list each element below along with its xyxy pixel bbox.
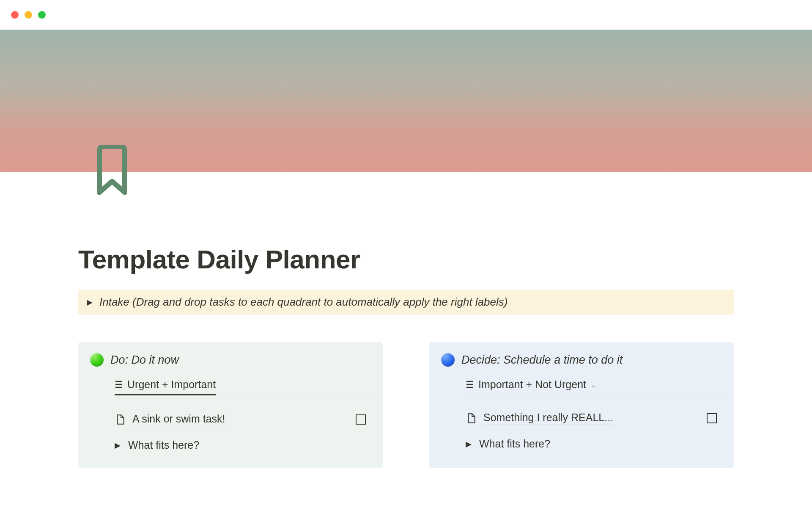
window-minimize-button[interactable] [25,11,32,19]
window-maximize-button[interactable] [38,11,46,19]
what-fits-toggle[interactable]: ▶ What fits here? [441,438,722,450]
chevron-down-icon: ⌄ [590,380,597,389]
task-text: Something I really REALL... [483,411,613,425]
bookmark-icon[interactable] [93,145,131,196]
section-divider [78,318,734,318]
content-area: Template Daily Planner ▶ Intake (Drag an… [0,172,812,468]
page-title[interactable]: Template Daily Planner [78,244,734,274]
tab-divider [115,398,371,398]
tab-divider [466,397,722,397]
page-icon [466,413,477,424]
quadrant-title: Do: Do it now [110,353,179,367]
quadrants-container: Do: Do it now ☰ Urgent + Important A sin… [78,342,734,468]
intake-toggle[interactable]: ▶ Intake (Drag and drop tasks to each qu… [78,290,734,315]
toggle-label: What fits here? [479,438,550,450]
green-circle-icon [90,353,104,367]
blue-circle-icon [441,353,455,367]
toggle-arrow-icon: ▶ [115,441,121,450]
quadrant-do[interactable]: Do: Do it now ☰ Urgent + Important A sin… [78,342,383,468]
view-selector[interactable]: ☰ Important + Not Urgent ⌄ [441,378,722,394]
quadrant-title: Decide: Schedule a time to do it [461,353,623,367]
quadrant-header: Decide: Schedule a time to do it [441,353,722,367]
what-fits-toggle[interactable]: ▶ What fits here? [90,439,371,451]
quadrant-decide[interactable]: Decide: Schedule a time to do it ☰ Impor… [429,342,734,468]
view-name: Urgent + Important [127,378,216,391]
page-icon [115,414,126,425]
task-row[interactable]: Something I really REALL... [441,411,722,425]
task-row[interactable]: A sink or swim task! [90,413,371,426]
toggle-label: What fits here? [128,439,199,451]
toggle-arrow-icon: ▶ [87,298,93,307]
list-icon: ☰ [466,379,474,390]
task-checkbox[interactable] [356,414,366,425]
intake-text: Intake (Drag and drop tasks to each quad… [99,295,508,309]
window-chrome [0,0,812,30]
task-text: A sink or swim task! [132,413,225,426]
window-close-button[interactable] [11,11,19,19]
view-selector[interactable]: ☰ Urgent + Important [90,378,371,395]
cover-image[interactable] [0,30,812,172]
list-icon: ☰ [115,379,123,390]
toggle-arrow-icon: ▶ [466,439,472,449]
quadrant-header: Do: Do it now [90,353,371,367]
task-checkbox[interactable] [707,413,717,423]
view-name: Important + Not Urgent [478,378,586,391]
